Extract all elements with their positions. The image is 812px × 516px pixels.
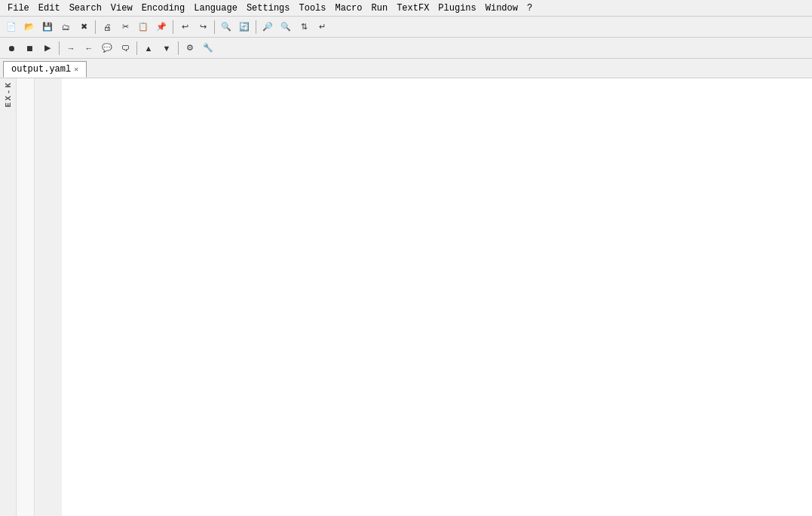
line-numbers — [35, 78, 62, 516]
menu-bar: File Edit Search View Encoding Language … — [0, 0, 812, 17]
menu-item-file[interactable]: File — [3, 2, 34, 14]
new-button[interactable]: 📄 — [3, 19, 20, 35]
fold-gutter — [17, 78, 35, 516]
toolbar2-separator-2 — [136, 41, 137, 55]
zoom-out-button[interactable]: 🔍 — [277, 19, 294, 35]
find-button[interactable]: 🔍 — [218, 19, 234, 35]
menu-item-window[interactable]: Window — [481, 2, 522, 14]
zoom-in-button[interactable]: 🔎 — [259, 19, 276, 35]
menu-item-language[interactable]: Language — [189, 2, 242, 14]
menu-item-help[interactable]: ? — [522, 2, 537, 14]
menu-item-tools[interactable]: Tools — [294, 2, 330, 14]
app-logo: EX-K — [4, 81, 13, 107]
sync-scroll-button[interactable]: ⇅ — [296, 19, 312, 35]
editor-container: EX-K — [0, 78, 812, 516]
save-button[interactable]: 💾 — [39, 19, 56, 35]
fold-cell — [17, 78, 34, 90]
toolbar-separator-4 — [256, 20, 256, 34]
macro-stop-button[interactable]: ⏹ — [21, 40, 38, 56]
menu-item-edit[interactable]: Edit — [34, 2, 65, 14]
menu-item-textfx[interactable]: TextFX — [392, 2, 434, 14]
wrap-button[interactable]: ↵ — [314, 19, 330, 35]
toolbar-separator-1 — [95, 20, 96, 34]
logo-sidebar: EX-K — [0, 78, 17, 516]
menu-item-plugins[interactable]: Plugins — [434, 2, 480, 14]
open-button[interactable]: 📂 — [21, 19, 38, 35]
tab-bar: output.yaml ✕ — [0, 59, 812, 78]
uncomment-button[interactable]: 🗨 — [117, 40, 133, 56]
menu-item-view[interactable]: View — [106, 2, 137, 14]
tab-output-yaml[interactable]: output.yaml ✕ — [3, 61, 87, 78]
down-arrow-button[interactable]: ▼ — [158, 40, 175, 56]
save-all-button[interactable]: 🗂 — [57, 19, 74, 35]
toolbar-2: ⏺ ⏹ ▶ → ← 💬 🗨 ▲ ▼ ⚙ 🔧 — [0, 38, 812, 59]
comment-button[interactable]: 💬 — [99, 40, 115, 56]
menu-item-macro[interactable]: Macro — [331, 2, 367, 14]
macro-play-button[interactable]: ▶ — [39, 40, 56, 56]
toolbar2-separator-1 — [59, 41, 60, 55]
toolbar-separator-2 — [173, 20, 173, 34]
menu-item-search[interactable]: Search — [65, 2, 106, 14]
menu-item-encoding[interactable]: Encoding — [137, 2, 190, 14]
unindent-button[interactable]: ← — [81, 40, 97, 56]
replace-button[interactable]: 🔄 — [236, 19, 253, 35]
redo-button[interactable]: ↪ — [195, 19, 211, 35]
cut-button[interactable]: ✂ — [117, 19, 133, 35]
menu-item-run[interactable]: Run — [367, 2, 393, 14]
indent-button[interactable]: → — [63, 40, 79, 56]
macro-rec-button[interactable]: ⏺ — [3, 40, 20, 56]
toolbar-1: 📄 📂 💾 🗂 ✖ 🖨 ✂ 📋 📌 ↩ ↪ 🔍 🔄 🔎 🔍 ⇅ ↵ — [0, 17, 812, 38]
plugin1-button[interactable]: ⚙ — [182, 40, 198, 56]
toolbar2-separator-3 — [178, 41, 179, 55]
plugin2-button[interactable]: 🔧 — [200, 40, 216, 56]
code-editor[interactable] — [62, 78, 812, 516]
menu-item-settings[interactable]: Settings — [242, 2, 295, 14]
copy-button[interactable]: 📋 — [135, 19, 152, 35]
up-arrow-button[interactable]: ▲ — [140, 40, 157, 56]
paste-button[interactable]: 📌 — [153, 19, 170, 35]
toolbar-separator-3 — [214, 20, 215, 34]
undo-button[interactable]: ↩ — [176, 19, 193, 35]
close-button[interactable]: ✖ — [75, 19, 92, 35]
print-button[interactable]: 🖨 — [99, 19, 115, 35]
tab-label: output.yaml — [11, 64, 71, 75]
tab-close-button[interactable]: ✕ — [74, 65, 78, 74]
